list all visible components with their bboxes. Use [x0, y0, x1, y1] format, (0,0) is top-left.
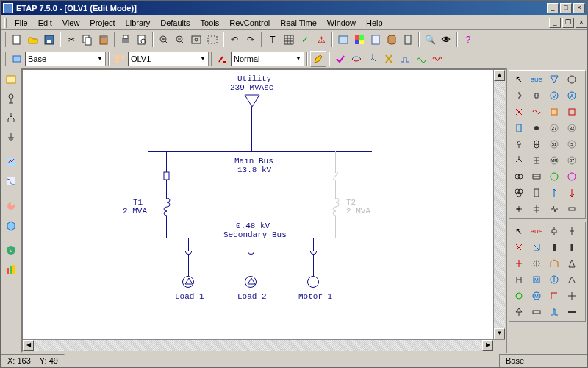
- menu-defaults[interactable]: Defaults: [155, 17, 195, 29]
- new-button[interactable]: [9, 32, 25, 48]
- main-bus[interactable]: [148, 151, 372, 152]
- color-tool[interactable]: [2, 261, 20, 278]
- child-maximize-button[interactable]: ❐: [562, 18, 574, 28]
- el2-18[interactable]: M: [528, 288, 545, 304]
- zoom-region-button[interactable]: [204, 32, 220, 48]
- gen-element[interactable]: [563, 71, 581, 88]
- menu-project[interactable]: Project: [85, 17, 120, 29]
- menu-tools[interactable]: Tools: [196, 17, 225, 29]
- transformer-t1[interactable]: [160, 198, 173, 216]
- elem-33[interactable]: [510, 201, 528, 217]
- find-button[interactable]: 🔍: [422, 32, 438, 48]
- elem-36[interactable]: [563, 201, 581, 217]
- load-symbol[interactable]: [245, 276, 257, 288]
- binoculars-button[interactable]: 👁: [438, 32, 454, 48]
- elem-14[interactable]: [528, 120, 545, 136]
- ground-tool[interactable]: [2, 128, 20, 146]
- elem-32[interactable]: [563, 185, 581, 201]
- elem-26[interactable]: [528, 169, 545, 185]
- scroll-right-button[interactable]: ▶: [482, 340, 493, 351]
- el2-17[interactable]: [510, 288, 528, 304]
- elem-29[interactable]: [510, 185, 528, 201]
- tool-c[interactable]: [365, 51, 381, 67]
- el2-9[interactable]: [510, 255, 528, 272]
- el2-20[interactable]: [563, 288, 581, 304]
- elem-35[interactable]: [545, 201, 563, 217]
- elem-5[interactable]: [510, 88, 528, 104]
- elem-30[interactable]: [528, 185, 545, 201]
- elem-19[interactable]: 51: [545, 136, 563, 152]
- elem-25[interactable]: [510, 169, 528, 185]
- el2-19[interactable]: [545, 288, 563, 304]
- elem-21[interactable]: [510, 152, 528, 169]
- elem-31[interactable]: [545, 185, 563, 201]
- calculator-button[interactable]: [400, 32, 416, 48]
- elem-17[interactable]: [510, 136, 528, 152]
- el2-21[interactable]: [510, 304, 528, 320]
- cut-button[interactable]: ✂: [63, 32, 79, 48]
- el2-10[interactable]: [528, 255, 545, 272]
- menu-help[interactable]: Help: [361, 17, 388, 29]
- el2-24[interactable]: [563, 304, 581, 320]
- pointer-tool-2[interactable]: ↖: [510, 223, 528, 239]
- el2-3[interactable]: [545, 223, 563, 239]
- tool-e[interactable]: [397, 51, 413, 67]
- paste-button[interactable]: [96, 32, 112, 48]
- elem-18[interactable]: [528, 136, 545, 152]
- load-symbol[interactable]: [182, 276, 194, 288]
- menu-edit[interactable]: Edit: [33, 17, 57, 29]
- pointer-tool[interactable]: ↖: [510, 71, 528, 88]
- pencil-button[interactable]: [310, 51, 326, 67]
- view-combo[interactable]: OLV1▼: [128, 52, 209, 66]
- menu-library[interactable]: Library: [121, 17, 156, 29]
- help-button[interactable]: ?: [460, 32, 476, 48]
- menu-file[interactable]: File: [10, 17, 33, 29]
- pie-tool[interactable]: [2, 197, 20, 215]
- elem-20[interactable]: 5: [563, 136, 581, 152]
- curve-tool[interactable]: [2, 172, 20, 190]
- mode-combo[interactable]: Normal▼: [231, 52, 304, 66]
- el2-14[interactable]: M: [528, 272, 545, 288]
- elem-10[interactable]: [528, 104, 545, 120]
- source-element[interactable]: [545, 71, 563, 88]
- child-close-button[interactable]: ×: [576, 18, 587, 28]
- elem-9[interactable]: [510, 104, 528, 120]
- el2-7[interactable]: [545, 239, 563, 255]
- base-icon[interactable]: [9, 51, 25, 67]
- tool-g[interactable]: [429, 51, 445, 67]
- elem-22[interactable]: [528, 152, 545, 169]
- elem-11[interactable]: [545, 104, 563, 120]
- switch-icon[interactable]: [215, 51, 231, 67]
- check-button[interactable]: ✓: [297, 32, 313, 48]
- elem-27[interactable]: [545, 169, 563, 185]
- globe-tool[interactable]: [2, 241, 20, 259]
- report-button[interactable]: [368, 32, 384, 48]
- menu-realtime[interactable]: Real Time: [275, 17, 322, 29]
- vertical-scrollbar[interactable]: ▲ ▼: [493, 70, 505, 339]
- base-combo[interactable]: Base▼: [25, 52, 106, 66]
- motor-symbol[interactable]: [307, 276, 319, 288]
- view-icon[interactable]: [112, 51, 128, 67]
- copy-button[interactable]: [79, 32, 96, 48]
- zoom-in-button[interactable]: [156, 32, 172, 48]
- minimize-button[interactable]: _: [547, 3, 559, 13]
- elem-8[interactable]: A: [563, 88, 581, 104]
- menu-view[interactable]: View: [57, 17, 85, 29]
- horizontal-scrollbar[interactable]: ◀ ▶: [23, 339, 505, 351]
- bus-element-2[interactable]: BUS: [528, 223, 545, 239]
- settings-button[interactable]: [335, 32, 351, 48]
- menu-revcontrol[interactable]: RevControl: [224, 17, 275, 29]
- theme-button[interactable]: [351, 32, 368, 48]
- open-button[interactable]: [25, 32, 41, 48]
- bus-tool[interactable]: [2, 90, 20, 107]
- menu-window[interactable]: Window: [322, 17, 361, 29]
- tool-b[interactable]: [348, 51, 365, 67]
- el2-16[interactable]: [563, 272, 581, 288]
- zoom-fit-button[interactable]: [188, 32, 204, 48]
- save-button[interactable]: [41, 32, 57, 48]
- elem-7[interactable]: V: [545, 88, 563, 104]
- branch-tool[interactable]: [2, 109, 20, 127]
- close-button[interactable]: ×: [573, 3, 585, 13]
- el2-13[interactable]: [510, 272, 528, 288]
- text-tool-button[interactable]: T: [265, 32, 281, 48]
